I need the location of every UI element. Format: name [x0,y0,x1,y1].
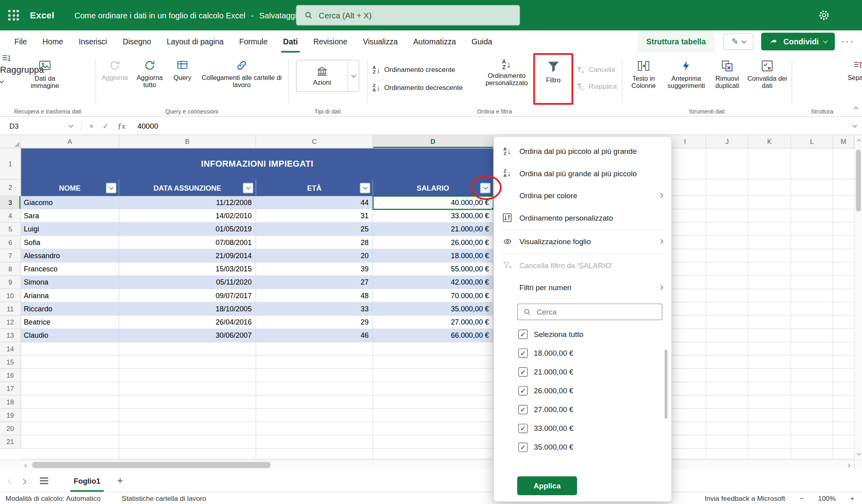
workbook-links-button[interactable]: Collegamenti alle cartelle di lavoro [197,56,286,104]
filter-button[interactable]: Filtro [537,56,570,104]
data-validation-button[interactable]: Convalida dei dati [745,56,790,104]
cell-age[interactable]: 20 [256,249,373,263]
grid-row[interactable] [21,422,854,435]
cell-salary[interactable]: 66.000,00 € [373,329,494,342]
workbook-statistics-button[interactable]: Statistiche cartella di lavoro [122,494,206,502]
vertical-scrollbar[interactable] [854,135,862,460]
cell-date[interactable]: 07/08/2001 [119,236,256,249]
row-header-9[interactable]: 9 [0,276,21,289]
feedback-link[interactable]: Invia feedback a Microsoft [705,494,785,502]
row-header-20[interactable]: 20 [0,422,21,435]
cell-name[interactable]: Simona [21,276,119,289]
cell-name[interactable]: Sofia [21,236,119,249]
row-header-21[interactable]: 21 [0,435,21,448]
row-header-13[interactable]: 13 [0,329,21,342]
row-header-14[interactable]: 14 [0,342,21,355]
cell-name[interactable]: Luigi [21,223,119,236]
flash-fill-button[interactable]: Anteprima suggerimenti [663,56,709,104]
cell-salary[interactable]: 26.000,00 € [373,236,494,249]
row-header-17[interactable]: 17 [0,382,21,395]
column-header-M[interactable]: M [833,135,854,148]
settings-gear-icon[interactable] [818,10,830,21]
column-header-A[interactable]: A [21,135,119,148]
add-sheet-button[interactable]: + [117,475,123,487]
row-header-6[interactable]: 6 [0,236,21,249]
row-header-8[interactable]: 8 [0,263,21,276]
table-header-nome[interactable]: NOME [21,179,119,196]
cell-date[interactable]: 14/02/2010 [119,209,256,223]
cell-age[interactable]: 25 [256,223,373,236]
cell-age[interactable]: 28 [256,236,373,249]
stocks-action-item[interactable]: Azioni [296,60,347,92]
column-header-J[interactable]: J [706,135,748,148]
ribbon-tab-layout-di-pagina[interactable]: Layout di pagina [159,30,231,52]
column-header-D[interactable]: D [373,135,494,148]
cell-date[interactable]: 05/11/2020 [119,276,256,289]
checkbox-checked-icon[interactable]: ✓ [518,386,528,395]
cell-name[interactable]: Giacomo [21,196,119,209]
sort-ascending-button[interactable]: AZ↓ Ordinamento crescente [372,63,455,77]
cell-salary[interactable]: 35.000,00 € [373,303,494,316]
apply-filter-button[interactable]: Applica [517,476,577,495]
table-header-eta[interactable]: ETÀ [256,179,373,196]
filter-search-input[interactable] [536,307,656,317]
column-header-K[interactable]: K [748,135,791,148]
share-button[interactable]: Condividi [761,33,835,50]
vertical-scroll-thumb[interactable] [856,149,861,211]
refresh-all-button[interactable]: Aggiorna tutto [132,56,168,104]
cancel-entry-icon[interactable]: × [89,122,94,130]
cell-age[interactable]: 39 [256,263,373,276]
data-types-gallery[interactable]: Azioni [296,60,359,92]
filter-select-all-checkbox[interactable]: ✓Seleziona tutto [494,325,671,343]
cell-date[interactable]: 11/12/2008 [119,196,256,209]
row-header-15[interactable]: 15 [0,356,21,369]
cell-salary[interactable]: 40.000,00 € [373,196,494,209]
row-header-10[interactable]: 10 [0,289,21,302]
collapse-ribbon-button[interactable] [854,103,858,113]
row-header-18[interactable]: 18 [0,395,21,408]
ungroup-button[interactable]: Separa [842,56,862,104]
chevron-down-icon[interactable] [69,123,74,127]
checkbox-checked-icon[interactable]: ✓ [518,404,528,414]
grid-row[interactable] [21,356,854,369]
expand-formula-bar-icon[interactable] [852,123,857,127]
cell-date[interactable]: 30/06/2007 [119,329,256,342]
filter-dropdown-button-eta[interactable] [360,183,370,193]
scroll-right-button[interactable] [843,460,853,470]
cell-name[interactable]: Sara [21,209,119,223]
menu-item-sort-descending[interactable]: ZA↓ Ordina dal più grande al più piccolo [494,162,671,184]
cell-name[interactable]: Claudio [21,329,119,342]
cell-name[interactable]: Francesco [21,263,119,276]
table-header-salario[interactable]: SALARIO [373,179,494,196]
cell-age[interactable]: 33 [256,303,373,316]
cell-date[interactable]: 01/05/2019 [119,223,256,236]
table-header-data-assunzione[interactable]: DATA ASSUNZIONE [119,179,256,196]
column-header-C[interactable]: C [256,135,373,148]
cell-salary[interactable]: 27.000,00 € [373,316,494,329]
grid-row[interactable] [21,409,854,422]
horizontal-scrollbar[interactable] [0,460,854,470]
search-box[interactable] [296,5,520,25]
ribbon-tab-struttura-tabella[interactable]: Struttura tabella [638,30,715,52]
cell-name[interactable]: Riccardo [21,303,119,316]
checkbox-checked-icon[interactable]: ✓ [518,442,528,452]
cell-age[interactable]: 48 [256,289,373,302]
ribbon-tab-guida[interactable]: Guida [464,30,500,52]
ribbon-tab-automatizza[interactable]: Automatizza [406,30,464,52]
remove-duplicates-button[interactable]: Rimuovi duplicati [711,56,744,104]
select-all-corner[interactable] [0,135,21,148]
cell-age[interactable]: 46 [256,329,373,342]
cell-salary[interactable]: 21.000,00 € [373,223,494,236]
checkbox-checked-icon[interactable]: ✓ [518,329,528,339]
row-header-19[interactable]: 19 [0,409,21,422]
ribbon-tab-formule[interactable]: Formule [231,30,275,52]
cell-salary[interactable]: 55.000,00 € [373,263,494,276]
column-header-B[interactable]: B [119,135,256,148]
query-button[interactable]: Query [168,56,197,104]
menu-item-number-filters[interactable]: Filtri per numeri [494,277,671,299]
checkbox-checked-icon[interactable]: ✓ [518,367,528,377]
menu-item-sort-ascending[interactable]: AZ↓ Ordina dal più piccolo al più grande [494,140,671,162]
row-header-4[interactable]: 4 [0,209,21,223]
cell-name[interactable]: Arianna [21,289,119,302]
filter-value-checkbox[interactable]: ✓21.000,00 € [494,362,671,381]
